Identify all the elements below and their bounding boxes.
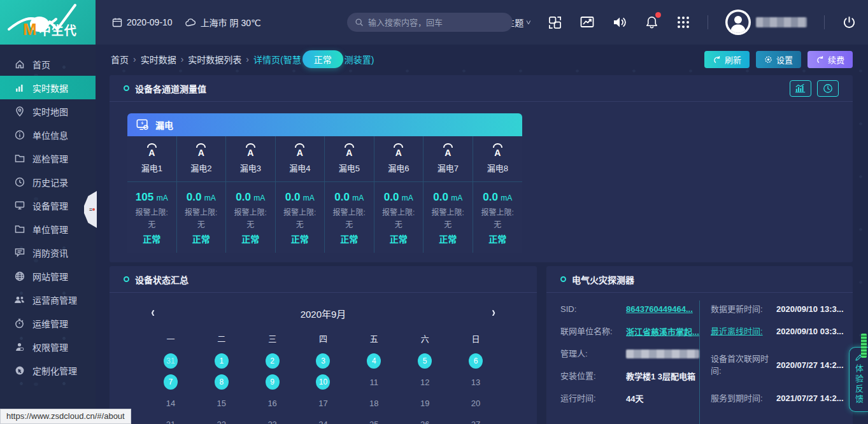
settings-button[interactable]: 设置 xyxy=(756,51,801,68)
channel-alarm-limit: 报警上限:无 xyxy=(185,207,217,230)
weather-display: 上海市 阴 30℃ xyxy=(185,16,261,29)
sidebar-item-home[interactable]: 首页 xyxy=(0,52,96,76)
sidebar-item-label: 定制化管理 xyxy=(32,364,77,377)
chart-view-button[interactable] xyxy=(790,80,811,97)
sidebar-item-realtime-map[interactable]: 实时地图 xyxy=(0,99,96,123)
detail-value[interactable]: 8643760449464... xyxy=(626,304,693,314)
sidebar-item-realtime-data[interactable]: 实时数据 xyxy=(0,76,96,99)
calendar-day-31[interactable]: 31 xyxy=(145,353,196,369)
channel-value: 0.0 mA xyxy=(187,191,216,204)
sidebar-item-label: 单位信息 xyxy=(32,129,68,141)
calendar-day-10[interactable]: 10 xyxy=(298,374,349,390)
detail-row-sid: SID:8643760449464... xyxy=(560,298,699,320)
calendar-day-19[interactable]: 19 xyxy=(399,395,450,411)
stopwatch-icon xyxy=(14,318,25,329)
sidebar-item-unit-mgmt[interactable]: 单位管理 xyxy=(0,217,96,241)
sidebar-item-website-mgmt[interactable]: 网站管理 xyxy=(0,264,96,288)
channel-漏电7: A漏电70.0 mA报警上限:无正常 xyxy=(423,136,473,253)
search-input[interactable] xyxy=(368,18,505,27)
sidebar-item-ops-mgmt[interactable]: 运维管理 xyxy=(0,311,96,335)
calendar-day-12[interactable]: 12 xyxy=(399,374,450,390)
panel-dot-icon xyxy=(560,276,566,282)
detail-value[interactable]: 浙江省慈溪市掌起... xyxy=(626,325,699,337)
sidebar-item-history[interactable]: 历史记录 xyxy=(0,170,96,194)
calendar-day-16[interactable]: 16 xyxy=(247,395,298,411)
channel-measurement-panel: 设备各通道测量值 漏电 A漏电1105 mA报警上限:无正常A漏电20.0 mA… xyxy=(110,75,853,262)
channel-name: 漏电2 xyxy=(190,162,211,174)
channel-alarm-limit: 报警上限:无 xyxy=(283,207,316,230)
calendar-day-5[interactable]: 5 xyxy=(399,353,450,369)
calendar-day-21[interactable]: 21 xyxy=(145,416,196,424)
calendar-day-9[interactable]: 9 xyxy=(247,374,298,390)
sidebar-item-custom-mgmt[interactable]: 定制化管理 xyxy=(0,358,96,382)
breadcrumb-home[interactable]: 首页 xyxy=(111,53,129,66)
calendar-day-17[interactable]: 17 xyxy=(298,395,349,411)
detector-details: SID:8643760449464...联网单位名称:浙江省慈溪市掌起...管理… xyxy=(546,293,853,409)
refresh-button[interactable]: 刷新 xyxy=(704,51,750,68)
calendar-day-11[interactable]: 11 xyxy=(348,374,399,390)
calendar-day-13[interactable]: 13 xyxy=(450,374,501,390)
panel-title: 设备状态汇总 xyxy=(135,273,189,286)
sidebar-item-device-mgmt[interactable]: 设备管理 xyxy=(0,194,96,217)
sidebar-item-unit-info[interactable]: 单位信息 xyxy=(0,123,96,146)
detail-label: 数据更新时间: xyxy=(711,303,776,316)
divider xyxy=(708,15,708,29)
sidebar-item-permission-mgmt[interactable]: 权限管理 xyxy=(0,335,96,358)
weekday-label: 四 xyxy=(298,332,349,348)
channel-header: A漏电5 xyxy=(325,136,374,182)
calendar-day-7[interactable]: 7 xyxy=(145,374,196,390)
detail-label[interactable]: 最近离线时间: xyxy=(711,325,776,338)
date-display: 2020-09-10 xyxy=(112,17,173,27)
breadcrumb-realtime-data[interactable]: 实时数据 xyxy=(141,53,176,66)
sidebar-item-inspection-mgmt[interactable]: 巡检管理 xyxy=(0,146,96,170)
sidebar-item-label: 运营商管理 xyxy=(32,293,77,306)
calendar-day-3[interactable]: 3 xyxy=(298,353,349,369)
app-logo[interactable]: M中生代 xyxy=(0,0,96,45)
sidebar-item-fire-news[interactable]: 消防资讯 xyxy=(0,241,96,264)
channel-status: 正常 xyxy=(192,232,210,245)
speaker-icon[interactable] xyxy=(612,15,627,29)
home-icon xyxy=(14,59,25,69)
calendar-day-23[interactable]: 23 xyxy=(247,416,298,424)
channel-grid: A漏电1105 mA报警上限:无正常A漏电20.0 mA报警上限:无正常A漏电3… xyxy=(127,136,522,253)
scrollbar-thumb[interactable] xyxy=(861,334,867,358)
history-time-button[interactable] xyxy=(817,80,839,97)
calendar-next-button[interactable]: › xyxy=(486,306,501,322)
device-status-panel: 设备状态汇总 ‹ 2020年9月 › 一二三四五六日 3112345678910… xyxy=(110,266,537,424)
userlock-icon xyxy=(14,342,25,352)
detail-row-service-expire-time: 服务到期时间:2021/07/27 14:2... xyxy=(711,387,849,409)
renew-button[interactable]: 续费 xyxy=(808,51,853,68)
weekday-label: 日 xyxy=(450,332,501,348)
calendar-day-20[interactable]: 20 xyxy=(450,395,501,411)
calendar-prev-button[interactable]: ‹ xyxy=(145,306,160,322)
monitor-chart-icon[interactable] xyxy=(580,15,595,30)
calendar-day-1[interactable]: 1 xyxy=(196,353,247,369)
channel-header: A漏电3 xyxy=(226,136,275,182)
calendar-day-4[interactable]: 4 xyxy=(348,353,399,369)
calendar-day-15[interactable]: 15 xyxy=(196,395,247,411)
antenna-icon xyxy=(345,143,354,148)
search-bar[interactable] xyxy=(347,13,513,32)
channel-漏电8: A漏电80.0 mA报警上限:无正常 xyxy=(473,136,523,253)
detail-row-network-unit: 联网单位名称:浙江省慈溪市掌起... xyxy=(560,320,699,343)
user-menu[interactable] xyxy=(725,10,807,35)
calendar-day-18[interactable]: 18 xyxy=(348,395,399,411)
panel-title: 电气火灾探测器 xyxy=(572,273,634,286)
detail-row-first-online-time: 设备首次联网时间:2020/07/27 14:2... xyxy=(711,343,849,387)
calendar-day-8[interactable]: 8 xyxy=(196,374,247,390)
calendar-day-6[interactable]: 6 xyxy=(450,353,501,369)
calendar-day-25[interactable]: 25 xyxy=(348,416,399,424)
notification-bell-icon[interactable] xyxy=(644,15,659,30)
layout-switch-icon[interactable] xyxy=(548,15,562,30)
calendar-day-27[interactable]: 27 xyxy=(450,416,501,424)
breadcrumb-realtime-list[interactable]: 实时数据列表 xyxy=(188,53,241,66)
calendar-day-22[interactable]: 22 xyxy=(196,416,247,424)
apps-grid-icon[interactable] xyxy=(676,15,690,29)
sidebar-item-operator-mgmt[interactable]: 运营商管理 xyxy=(0,288,96,311)
calendar-day-24[interactable]: 24 xyxy=(298,416,349,424)
calendar-day-14[interactable]: 14 xyxy=(145,395,196,411)
calendar-icon xyxy=(112,17,122,27)
power-logout-icon[interactable] xyxy=(842,15,857,30)
calendar-day-2[interactable]: 2 xyxy=(247,353,298,369)
calendar-day-26[interactable]: 26 xyxy=(399,416,450,424)
